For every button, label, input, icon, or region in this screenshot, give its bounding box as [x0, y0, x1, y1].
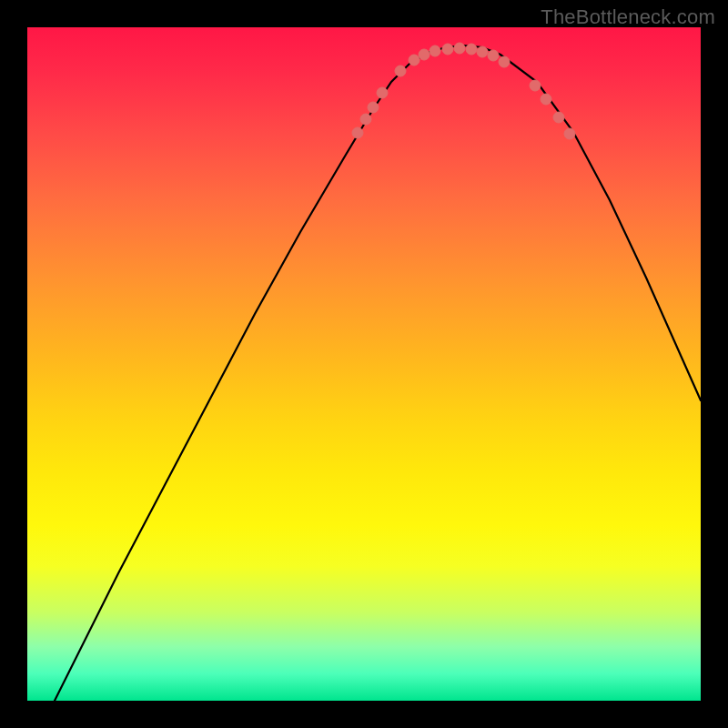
curve-marker: [377, 87, 388, 98]
curve-marker: [477, 46, 488, 57]
curve-marker: [352, 127, 363, 138]
curve-marker: [466, 44, 477, 55]
curve-marker: [564, 128, 575, 139]
curve-marker: [454, 43, 465, 54]
curve-marker: [395, 66, 406, 76]
bottleneck-curve: [55, 46, 701, 701]
curve-marker: [488, 50, 499, 61]
plot-area: [27, 27, 701, 701]
curve-marker: [499, 56, 510, 67]
curve-markers: [352, 43, 575, 139]
curve-marker: [530, 80, 541, 91]
curve-marker: [360, 114, 371, 125]
curve-marker: [553, 112, 564, 123]
curve-marker: [442, 44, 453, 55]
curve-marker: [409, 55, 420, 66]
chart-frame: TheBottleneck.com: [0, 0, 728, 728]
curve-marker: [430, 46, 440, 56]
curve-marker: [368, 102, 379, 113]
chart-overlay: [27, 27, 701, 701]
curve-marker: [541, 94, 551, 105]
curve-marker: [419, 49, 430, 60]
watermark-text: TheBottleneck.com: [541, 5, 715, 29]
